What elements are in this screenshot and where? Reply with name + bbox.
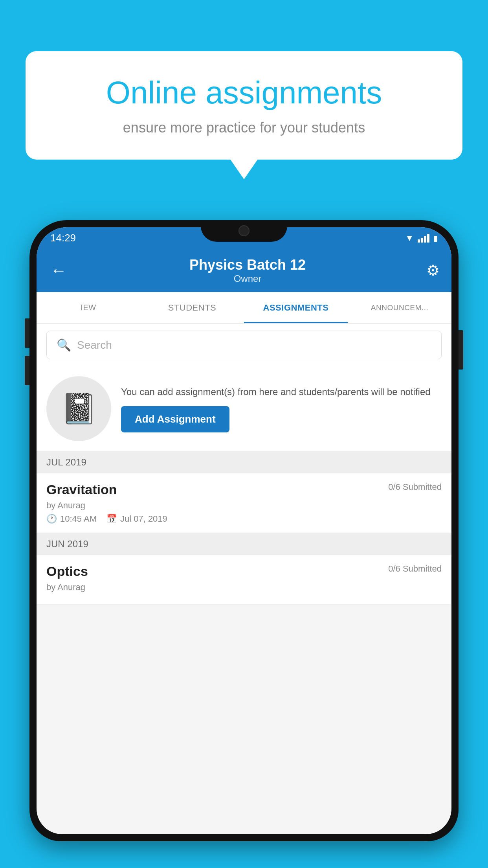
section-header-jun: JUN 2019 (37, 533, 451, 555)
search-placeholder: Search (77, 339, 112, 351)
assignment-date: 📅 Jul 07, 2019 (106, 514, 167, 524)
assignment-name: Gravitation (46, 482, 117, 497)
back-button[interactable]: ← (48, 259, 69, 282)
tabs-bar: IEW STUDENTS ASSIGNMENTS ANNOUNCEM... (37, 292, 451, 324)
tab-students[interactable]: STUDENTS (140, 292, 244, 323)
app-header: ← Physics Batch 12 Owner ⚙ (37, 249, 451, 292)
phone-container: 14:29 ▼ ▮ ← (29, 220, 459, 868)
promo-description: You can add assignment(s) from here and … (121, 385, 442, 399)
promo-box: 📓 You can add assignment(s) from here an… (37, 366, 451, 451)
speech-bubble-area: Online assignments ensure more practice … (26, 51, 462, 160)
header-subtitle: Owner (189, 273, 306, 284)
notebook-icon: 📓 (61, 392, 97, 426)
signal-icon (418, 234, 429, 243)
bubble-subtitle: ensure more practice for your students (53, 120, 435, 136)
search-icon: 🔍 (57, 338, 71, 352)
tab-assignments[interactable]: ASSIGNMENTS (244, 292, 348, 323)
clock-icon: 🕐 (46, 514, 57, 524)
assignment-top-row-optics: Optics 0/6 Submitted (46, 564, 442, 579)
status-icons: ▼ ▮ (405, 233, 438, 243)
assignment-submitted-optics: 0/6 Submitted (388, 564, 442, 574)
assignment-by: by Anurag (46, 500, 442, 511)
status-time: 14:29 (50, 232, 76, 244)
power-button (459, 330, 463, 370)
vol-down-button (25, 356, 29, 385)
tab-announcements[interactable]: ANNOUNCEM... (348, 292, 451, 323)
content-area: 🔍 Search 📓 You can add assignment(s) fro… (37, 324, 451, 605)
battery-icon: ▮ (433, 234, 438, 243)
promo-right: You can add assignment(s) from here and … (121, 385, 442, 432)
assignment-item-gravitation[interactable]: Gravitation 0/6 Submitted by Anurag 🕐 10… (37, 473, 451, 533)
bubble-title: Online assignments (53, 75, 435, 111)
search-bar[interactable]: 🔍 Search (46, 331, 442, 359)
vol-up-button (25, 318, 29, 348)
promo-icon-circle: 📓 (46, 376, 111, 441)
header-center: Physics Batch 12 Owner (189, 257, 306, 284)
phone-notch (201, 220, 287, 242)
assignment-item-optics[interactable]: Optics 0/6 Submitted by Anurag (37, 555, 451, 605)
phone-screen: 14:29 ▼ ▮ ← (37, 227, 451, 834)
wifi-icon: ▼ (405, 233, 414, 243)
assignment-top-row: Gravitation 0/6 Submitted (46, 482, 442, 497)
tab-view[interactable]: IEW (37, 292, 140, 323)
search-container: 🔍 Search (37, 324, 451, 366)
calendar-icon: 📅 (106, 514, 117, 524)
assignment-name-optics: Optics (46, 564, 88, 579)
header-title: Physics Batch 12 (189, 257, 306, 273)
assignment-submitted: 0/6 Submitted (388, 482, 442, 492)
settings-button[interactable]: ⚙ (426, 262, 440, 279)
front-camera (238, 225, 250, 236)
assignment-meta: 🕐 10:45 AM 📅 Jul 07, 2019 (46, 514, 442, 524)
date-value: Jul 07, 2019 (120, 514, 167, 524)
section-header-jul: JUL 2019 (37, 451, 451, 473)
add-assignment-button[interactable]: Add Assignment (121, 406, 229, 432)
speech-bubble: Online assignments ensure more practice … (26, 51, 462, 160)
assignment-by-optics: by Anurag (46, 582, 442, 592)
phone-frame: 14:29 ▼ ▮ ← (29, 220, 459, 841)
assignment-time: 🕐 10:45 AM (46, 514, 97, 524)
time-value: 10:45 AM (60, 514, 97, 524)
